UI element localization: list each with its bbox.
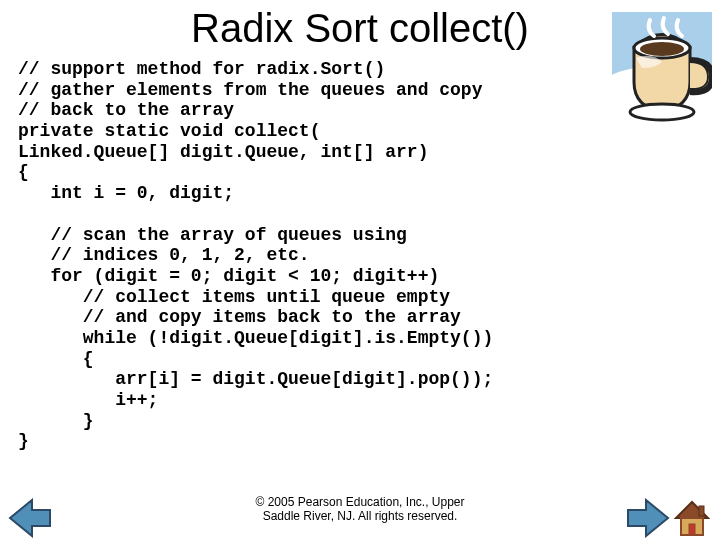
svg-marker-6: [628, 500, 668, 536]
svg-marker-5: [10, 500, 50, 536]
footer-line-2: Saddle River, NJ. All rights reserved.: [263, 509, 458, 523]
svg-point-3: [640, 42, 684, 56]
home-icon[interactable]: [672, 498, 712, 538]
svg-rect-9: [689, 524, 695, 535]
copyright-footer: © 2005 Pearson Education, Inc., Upper Sa…: [0, 496, 720, 524]
previous-arrow-icon[interactable]: [8, 498, 52, 538]
next-arrow-icon[interactable]: [626, 498, 670, 538]
svg-rect-10: [699, 506, 704, 516]
svg-point-4: [630, 104, 694, 120]
footer-line-1: © 2005 Pearson Education, Inc., Upper: [256, 495, 465, 509]
coffee-cup-clipart: [612, 12, 712, 122]
